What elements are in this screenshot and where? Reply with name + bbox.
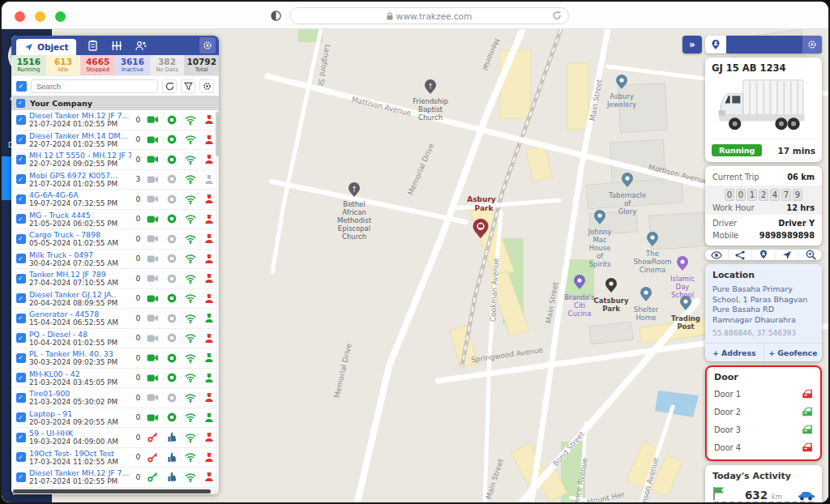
- horizontal-scrollbar[interactable]: [11, 489, 219, 494]
- row-checkbox[interactable]: [16, 274, 26, 284]
- vehicle-row[interactable]: Diesel Tanker MH.14 DM... 22-07-2024 01:…: [11, 130, 219, 151]
- signal-status-icon: [183, 472, 199, 482]
- alert-count: 0: [135, 473, 143, 481]
- group-checkbox[interactable]: [16, 99, 25, 108]
- trailer-tab-icon[interactable]: [88, 40, 98, 51]
- vertical-scrollbar[interactable]: [216, 110, 219, 489]
- row-checkbox[interactable]: [16, 194, 26, 204]
- vehicle-name[interactable]: Diesel Tanker GJ.12 JA..: [29, 290, 131, 299]
- company-group-row[interactable]: Your Company: [11, 96, 219, 110]
- vehicle-row[interactable]: MG - Truck 4445 21-05-2024 06:02:55 PM 0: [11, 210, 219, 230]
- vehicle-row[interactable]: Diesel Tanker MH.12 JF 7... 21-07-2024 0…: [11, 110, 219, 130]
- row-checkbox[interactable]: [16, 115, 26, 125]
- driver-tab-icon[interactable]: [135, 41, 147, 51]
- vehicle-row[interactable]: Diesel Tanker MH.12 JF 7... 21-07-2024 0…: [11, 468, 219, 488]
- vehicle-name[interactable]: Laptop - 91: [29, 409, 131, 418]
- row-checkbox[interactable]: [16, 293, 26, 303]
- object-settings-button[interactable]: [199, 37, 216, 53]
- select-all-checkbox[interactable]: [16, 81, 27, 92]
- add-geofence-button[interactable]: + Geofence: [764, 344, 823, 361]
- row-checkbox[interactable]: [16, 393, 26, 403]
- driver-assign-button[interactable]: [752, 250, 776, 260]
- svg-text:Johnny: Johnny: [588, 228, 612, 236]
- row-checkbox[interactable]: [16, 433, 26, 442]
- minimize-window-button[interactable]: [35, 11, 45, 22]
- expand-panel-button[interactable]: »: [682, 36, 702, 53]
- vehicle-name[interactable]: Tire01-900: [29, 389, 131, 398]
- vehicle-row[interactable]: PQ - Diesel - 48 10-04-2024 01:02:55 PM …: [11, 329, 219, 349]
- row-checkbox[interactable]: [16, 174, 26, 184]
- vehicle-row[interactable]: 19Oct Test- 19Oct Test 17-03-2024 11:02:…: [11, 448, 219, 468]
- location-card: Location Pure Basaha Primary School, 1 P…: [705, 264, 822, 361]
- close-window-button[interactable]: [15, 11, 25, 22]
- vehicle-name[interactable]: MH 12 LT 5550 - MH.12 JF 7...: [29, 151, 131, 160]
- geofence-tab-icon[interactable]: [111, 41, 122, 51]
- vehicle-row[interactable]: Tire01-900 21-03-2024 05:30:02 PM 0: [11, 388, 219, 408]
- row-checkbox[interactable]: [16, 412, 26, 422]
- odometer-digit: 0: [725, 189, 734, 201]
- add-address-button[interactable]: + Address: [705, 344, 764, 361]
- vehicle-row[interactable]: 4G-6A-4G-6A 19-07-2024 07:32:55 PM 0: [11, 190, 219, 210]
- vehicle-name[interactable]: Milk Truck - 0497: [29, 250, 131, 259]
- row-checkbox[interactable]: [16, 135, 26, 144]
- row-checkbox[interactable]: [16, 314, 26, 323]
- vehicle-name[interactable]: MG - Truck 4445: [29, 211, 131, 220]
- row-checkbox[interactable]: [16, 214, 26, 224]
- navigate-button[interactable]: [776, 250, 799, 260]
- vehicle-row[interactable]: Milk Truck - 0497 30-04-2024 07:02:55 AM…: [11, 250, 219, 270]
- status-count-cell[interactable]: 613 Idle: [46, 55, 81, 75]
- vehicle-row[interactable]: Tanker MH.12 JF 789 27-04-2024 07:10:55 …: [11, 269, 219, 289]
- vehicle-row[interactable]: MH 12 LT 5550 - MH.12 JF 7... 22-07-2024…: [11, 150, 219, 170]
- row-checkbox[interactable]: [16, 155, 26, 164]
- tab-vehicle-detail[interactable]: [705, 36, 726, 53]
- vehicle-row[interactable]: Cargo Truck - 7898 05-05-2024 01:02:55 A…: [11, 229, 219, 250]
- vehicle-row[interactable]: Mobi GPS 6972 KI057... 21-07-2024 01:02:…: [11, 170, 219, 190]
- vehicle-row[interactable]: 59 - UI-HHK 19-03-2024 04:09:00 AM 0: [11, 428, 219, 448]
- vehicle-row[interactable]: Diesel Tanker GJ.12 JA.. 20-04-2024 08:0…: [11, 289, 219, 310]
- vehicle-row[interactable]: PL - Tanker MH. 40. 33 30-03-2024 09:02:…: [11, 348, 219, 369]
- vehicle-name[interactable]: MH-KL00 - 42: [29, 369, 131, 378]
- row-checkbox[interactable]: [16, 254, 26, 263]
- motion-status-icon: [164, 314, 179, 323]
- reload-icon[interactable]: [552, 11, 562, 20]
- vehicle-name[interactable]: Tanker MH.12 JF 789: [29, 270, 131, 279]
- row-checkbox[interactable]: [16, 373, 26, 382]
- refresh-button[interactable]: [162, 79, 177, 93]
- tab-object[interactable]: Object: [16, 39, 76, 55]
- row-checkbox[interactable]: [16, 234, 26, 244]
- vehicle-name[interactable]: PQ - Diesel - 48: [29, 330, 131, 339]
- vehicle-name[interactable]: Diesel Tanker MH.12 JF 7...: [29, 111, 131, 120]
- vehicle-row[interactable]: Generator - 44578 15-04-2024 06:52:55 AM…: [11, 309, 219, 329]
- status-count-cell[interactable]: 382 No Data: [150, 55, 185, 75]
- list-settings-button[interactable]: [199, 79, 214, 93]
- detail-panel: GJ 15 AB 1234 Running: [705, 36, 822, 502]
- zoom-to-vehicle-button[interactable]: [799, 250, 822, 260]
- vehicle-name[interactable]: PL - Tanker MH. 40. 33: [29, 349, 131, 358]
- status-count-cell[interactable]: 10792 Total: [184, 55, 219, 75]
- row-checkbox[interactable]: [16, 333, 26, 343]
- detail-settings-button[interactable]: [802, 36, 822, 53]
- maximize-window-button[interactable]: [55, 11, 66, 22]
- status-count-cell[interactable]: 1516 Running: [11, 55, 46, 75]
- address-bar[interactable]: www.trakzee.com: [289, 7, 569, 24]
- status-count-cell[interactable]: 4665 Stopped: [80, 55, 115, 75]
- vehicle-name[interactable]: 19Oct Test- 19Oct Test: [29, 449, 131, 458]
- vehicle-name[interactable]: Diesel Tanker MH.12 JF 7...: [29, 468, 131, 477]
- vehicle-row[interactable]: Laptop - 91 20-03-2024 09:20:55 AM 0: [11, 408, 219, 429]
- row-checkbox[interactable]: [16, 353, 26, 363]
- vehicle-timestamp: 17-03-2024 11:02:55 AM: [29, 458, 131, 466]
- vehicle-name[interactable]: Mobi GPS 6972 KI057...: [29, 171, 131, 180]
- eye-button[interactable]: [705, 250, 729, 260]
- search-input[interactable]: [31, 79, 158, 93]
- vehicle-name[interactable]: Generator - 44578: [29, 310, 131, 318]
- row-checkbox[interactable]: [16, 452, 26, 462]
- vehicle-name[interactable]: Diesel Tanker MH.14 DM...: [29, 131, 131, 140]
- vehicle-name[interactable]: 4G-6A-4G-6A: [29, 190, 131, 199]
- row-checkbox[interactable]: [16, 472, 26, 482]
- vehicle-name[interactable]: 59 - UI-HHK: [29, 429, 131, 438]
- status-count-cell[interactable]: 3616 Inactive: [115, 55, 150, 75]
- vehicle-row[interactable]: MH-KL00 - 42 21-03-2024 03:45:05 PM 0: [11, 369, 219, 389]
- vehicle-name[interactable]: Cargo Truck - 7898: [29, 230, 131, 239]
- filter-button[interactable]: [181, 79, 195, 93]
- share-button[interactable]: [729, 250, 752, 260]
